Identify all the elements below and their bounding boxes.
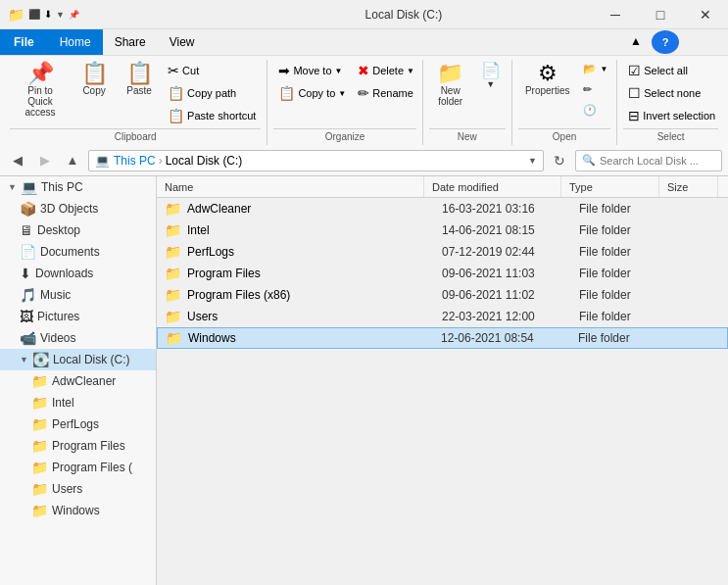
paste-icon: 📋 — [126, 63, 153, 84]
search-box[interactable]: 🔍 — [575, 150, 722, 171]
new-folder-icon: 📁 — [437, 63, 463, 84]
forward-button[interactable]: ▶ — [33, 149, 57, 172]
copy-path-button[interactable]: 📋 Copy path — [163, 82, 261, 104]
cut-button[interactable]: ✂ Cut — [163, 60, 261, 81]
copy-to-button[interactable]: 📋 Copy to ▼ — [273, 82, 351, 104]
properties-label: Properties — [525, 85, 570, 96]
new-folder-button[interactable]: 📁 New folder — [429, 60, 472, 110]
sidebar-item-intel[interactable]: 📁 Intel — [0, 392, 156, 414]
paste-large-button[interactable]: 📋 Paste — [118, 60, 161, 99]
minimize-button[interactable]: ─ — [593, 0, 638, 29]
ribbon-content: 📌 Pin to Quick access 📋 Copy 📋 Paste ✂ — [0, 55, 728, 145]
sidebar-item-videos[interactable]: 📹 Videos — [0, 327, 156, 349]
address-path[interactable]: 💻 This PC › Local Disk (C:) ▼ — [88, 150, 544, 171]
sidebar-item-program-files-x86[interactable]: 📁 Program Files ( — [0, 457, 156, 478]
ribbon-expand-button[interactable]: ▲ — [624, 29, 648, 53]
refresh-button[interactable]: ↻ — [548, 149, 571, 172]
table-row[interactable]: 📁 Program Files 09-06-2021 11:03 File fo… — [157, 263, 728, 284]
new-item-icon: 📄 — [481, 63, 501, 78]
sidebar-item-users[interactable]: 📁 Users — [0, 478, 156, 500]
sidebar-item-documents[interactable]: 📄 Documents — [0, 241, 156, 263]
sidebar-item-3d-objects[interactable]: 📦 3D Objects — [0, 198, 156, 219]
app-icon: 📁 — [8, 7, 24, 23]
col-date[interactable]: Date modified — [424, 176, 561, 197]
tab-view[interactable]: View — [158, 29, 207, 55]
tab-home[interactable]: Home — [48, 29, 103, 55]
copy-large-button[interactable]: 📋 Copy — [73, 60, 116, 99]
select-all-button[interactable]: ☑ Select all — [623, 60, 720, 81]
select-none-button[interactable]: ☐ Select none — [623, 82, 720, 104]
table-row[interactable]: 📁 AdwCleaner 16-03-2021 03:16 File folde… — [157, 198, 728, 219]
table-row[interactable]: 📁 Users 22-03-2021 12:00 File folder — [157, 306, 728, 327]
table-row[interactable]: 📁 Windows 12-06-2021 08:54 File folder — [157, 327, 728, 349]
invert-selection-button[interactable]: ⊟ Invert selection — [623, 105, 720, 126]
ribbon-group-clipboard: 📌 Pin to Quick access 📋 Copy 📋 Paste ✂ — [4, 60, 267, 145]
table-row[interactable]: 📁 Program Files (x86) 09-06-2021 11:02 F… — [157, 284, 728, 306]
tab-share[interactable]: Share — [103, 29, 158, 55]
copy-to-label: Copy to — [298, 87, 335, 99]
pin-to-quick-access-button[interactable]: 📌 Pin to Quick access — [10, 60, 71, 121]
folder-icon: 📁 — [166, 330, 182, 346]
maximize-button[interactable]: □ — [638, 0, 683, 29]
folder-icon: 📁 — [165, 201, 181, 217]
sidebar-item-downloads[interactable]: ⬇ Downloads — [0, 263, 156, 284]
perflogs-icon: 📁 — [31, 416, 48, 432]
close-button[interactable]: ✕ — [683, 0, 728, 29]
delete-button[interactable]: ✖ Delete ▼ — [353, 60, 419, 81]
paste-shortcut-button[interactable]: 📋 Paste shortcut — [163, 105, 261, 126]
paste-shortcut-icon: 📋 — [168, 108, 184, 123]
row-name: 📁 Program Files (x86) — [157, 287, 434, 303]
properties-button[interactable]: ⚙ Properties — [518, 60, 577, 99]
file-list: Name Date modified Type Size 📁 AdwCleane… — [157, 176, 728, 585]
pin-label: Pin to Quick access — [17, 85, 64, 118]
sidebar-item-local-disk[interactable]: ▼ 💽 Local Disk (C:) — [0, 349, 156, 370]
organize-col1: ➡ Move to ▼ 📋 Copy to ▼ — [273, 60, 351, 104]
sidebar: ▼ 💻 This PC 📦 3D Objects 🖥 Desktop 📄 Doc… — [0, 176, 157, 585]
back-button[interactable]: ◀ — [6, 149, 29, 172]
sidebar-item-windows[interactable]: 📁 Windows — [0, 500, 156, 521]
sidebar-item-this-pc[interactable]: ▼ 💻 This PC — [0, 176, 156, 198]
col-type[interactable]: Type — [561, 176, 659, 197]
move-icon: ➡ — [278, 63, 290, 78]
select-none-label: Select none — [644, 87, 701, 99]
open-small-col: 📂 ▼ ✏ 🕐 — [578, 60, 612, 120]
program-files-label: Program Files — [52, 439, 125, 453]
3d-objects-label: 3D Objects — [40, 202, 98, 216]
downloads-label: Downloads — [35, 267, 93, 280]
search-icon: 🔍 — [582, 154, 596, 167]
sidebar-item-pictures[interactable]: 🖼 Pictures — [0, 306, 156, 327]
users-icon: 📁 — [31, 481, 48, 497]
sidebar-item-perflogs[interactable]: 📁 PerfLogs — [0, 414, 156, 435]
path-dropdown-icon[interactable]: ▼ — [528, 156, 537, 166]
delete-icon: ✖ — [358, 63, 369, 78]
rename-button[interactable]: ✏ Rename — [353, 82, 419, 104]
path-part-local-disk[interactable]: Local Disk (C:) — [166, 154, 243, 168]
table-row[interactable]: 📁 Intel 14-06-2021 08:15 File folder — [157, 219, 728, 241]
videos-label: Videos — [40, 331, 75, 345]
new-buttons: 📁 New folder 📄 ▼ — [429, 60, 508, 126]
sidebar-item-program-files[interactable]: 📁 Program Files — [0, 435, 156, 457]
path-part-this-pc[interactable]: This PC — [114, 154, 156, 168]
local-disk-expand-icon: ▼ — [20, 355, 28, 365]
edit-button[interactable]: ✏ — [578, 80, 612, 99]
search-input[interactable] — [600, 155, 715, 167]
main-area: ▼ 💻 This PC 📦 3D Objects 🖥 Desktop 📄 Doc… — [0, 176, 728, 585]
title-bar-icons: 📁 ⬛ ⬇ ▼ 📌 — [8, 7, 79, 23]
organize-col2: ✖ Delete ▼ ✏ Rename — [353, 60, 419, 104]
tab-file[interactable]: File — [0, 29, 48, 55]
delete-arrow: ▼ — [407, 67, 414, 75]
new-item-button[interactable]: 📄 ▼ — [474, 60, 508, 92]
open-button[interactable]: 📂 ▼ — [578, 60, 612, 78]
sidebar-item-desktop[interactable]: 🖥 Desktop — [0, 219, 156, 241]
history-button[interactable]: 🕐 — [578, 101, 612, 120]
folder-icon: 📁 — [165, 287, 181, 303]
help-button[interactable]: ? — [652, 30, 679, 54]
sidebar-item-adwcleaner[interactable]: 📁 AdwCleaner — [0, 370, 156, 392]
up-button[interactable]: ▲ — [61, 149, 84, 172]
sidebar-item-music[interactable]: 🎵 Music — [0, 284, 156, 306]
col-size[interactable]: Size — [659, 176, 718, 197]
table-row[interactable]: 📁 PerfLogs 07-12-2019 02:44 File folder — [157, 241, 728, 263]
program-files-x86-label: Program Files ( — [52, 461, 132, 474]
col-name[interactable]: Name — [157, 176, 424, 197]
move-to-button[interactable]: ➡ Move to ▼ — [273, 60, 351, 81]
